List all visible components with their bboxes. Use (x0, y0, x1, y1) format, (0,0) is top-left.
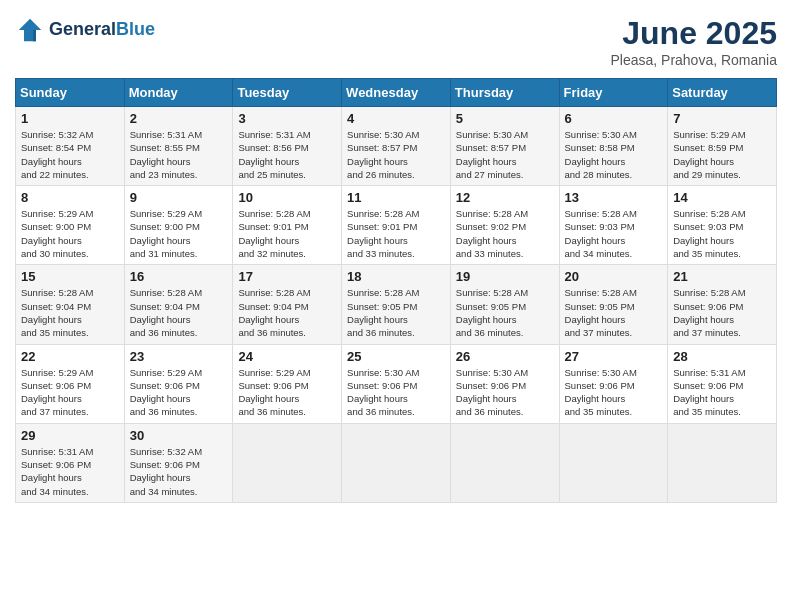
day-info: Sunrise: 5:30 AM Sunset: 8:58 PM Dayligh… (565, 128, 663, 181)
logo-icon (15, 15, 45, 45)
table-row: 21 Sunrise: 5:28 AM Sunset: 9:06 PM Dayl… (668, 265, 777, 344)
day-number: 27 (565, 349, 663, 364)
day-info: Sunrise: 5:29 AM Sunset: 9:00 PM Dayligh… (130, 207, 228, 260)
table-row: 20 Sunrise: 5:28 AM Sunset: 9:05 PM Dayl… (559, 265, 668, 344)
day-info: Sunrise: 5:30 AM Sunset: 9:06 PM Dayligh… (456, 366, 554, 419)
day-number: 15 (21, 269, 119, 284)
day-number: 8 (21, 190, 119, 205)
day-number: 26 (456, 349, 554, 364)
table-row: 7 Sunrise: 5:29 AM Sunset: 8:59 PM Dayli… (668, 107, 777, 186)
day-info: Sunrise: 5:28 AM Sunset: 9:05 PM Dayligh… (347, 286, 445, 339)
logo: GeneralBlue (15, 15, 155, 45)
calendar-row: 1 Sunrise: 5:32 AM Sunset: 8:54 PM Dayli… (16, 107, 777, 186)
logo-text: GeneralBlue (49, 20, 155, 40)
day-number: 20 (565, 269, 663, 284)
day-info: Sunrise: 5:28 AM Sunset: 9:01 PM Dayligh… (347, 207, 445, 260)
day-number: 3 (238, 111, 336, 126)
day-number: 21 (673, 269, 771, 284)
day-info: Sunrise: 5:31 AM Sunset: 9:06 PM Dayligh… (673, 366, 771, 419)
table-row: 10 Sunrise: 5:28 AM Sunset: 9:01 PM Dayl… (233, 186, 342, 265)
col-tuesday: Tuesday (233, 79, 342, 107)
col-sunday: Sunday (16, 79, 125, 107)
table-row: 17 Sunrise: 5:28 AM Sunset: 9:04 PM Dayl… (233, 265, 342, 344)
table-row: 19 Sunrise: 5:28 AM Sunset: 9:05 PM Dayl… (450, 265, 559, 344)
table-row: 23 Sunrise: 5:29 AM Sunset: 9:06 PM Dayl… (124, 344, 233, 423)
day-number: 5 (456, 111, 554, 126)
table-row: 3 Sunrise: 5:31 AM Sunset: 8:56 PM Dayli… (233, 107, 342, 186)
day-number: 17 (238, 269, 336, 284)
day-info: Sunrise: 5:28 AM Sunset: 9:04 PM Dayligh… (130, 286, 228, 339)
table-row: 14 Sunrise: 5:28 AM Sunset: 9:03 PM Dayl… (668, 186, 777, 265)
day-info: Sunrise: 5:29 AM Sunset: 9:06 PM Dayligh… (21, 366, 119, 419)
day-number: 22 (21, 349, 119, 364)
day-info: Sunrise: 5:30 AM Sunset: 9:06 PM Dayligh… (565, 366, 663, 419)
table-row (450, 423, 559, 502)
table-row: 26 Sunrise: 5:30 AM Sunset: 9:06 PM Dayl… (450, 344, 559, 423)
table-row (668, 423, 777, 502)
day-number: 2 (130, 111, 228, 126)
calendar-title: June 2025 (610, 15, 777, 52)
col-thursday: Thursday (450, 79, 559, 107)
day-number: 24 (238, 349, 336, 364)
table-row: 9 Sunrise: 5:29 AM Sunset: 9:00 PM Dayli… (124, 186, 233, 265)
calendar-row: 29 Sunrise: 5:31 AM Sunset: 9:06 PM Dayl… (16, 423, 777, 502)
day-info: Sunrise: 5:28 AM Sunset: 9:01 PM Dayligh… (238, 207, 336, 260)
day-info: Sunrise: 5:28 AM Sunset: 9:03 PM Dayligh… (565, 207, 663, 260)
calendar-row: 22 Sunrise: 5:29 AM Sunset: 9:06 PM Dayl… (16, 344, 777, 423)
day-info: Sunrise: 5:31 AM Sunset: 9:06 PM Dayligh… (21, 445, 119, 498)
calendar-row: 8 Sunrise: 5:29 AM Sunset: 9:00 PM Dayli… (16, 186, 777, 265)
table-row: 16 Sunrise: 5:28 AM Sunset: 9:04 PM Dayl… (124, 265, 233, 344)
day-info: Sunrise: 5:29 AM Sunset: 8:59 PM Dayligh… (673, 128, 771, 181)
table-row: 15 Sunrise: 5:28 AM Sunset: 9:04 PM Dayl… (16, 265, 125, 344)
logo-general: General (49, 19, 116, 39)
day-info: Sunrise: 5:31 AM Sunset: 8:55 PM Dayligh… (130, 128, 228, 181)
day-number: 28 (673, 349, 771, 364)
day-number: 6 (565, 111, 663, 126)
day-info: Sunrise: 5:28 AM Sunset: 9:04 PM Dayligh… (21, 286, 119, 339)
header: GeneralBlue June 2025 Pleasa, Prahova, R… (15, 15, 777, 68)
table-row: 12 Sunrise: 5:28 AM Sunset: 9:02 PM Dayl… (450, 186, 559, 265)
page-wrapper: GeneralBlue June 2025 Pleasa, Prahova, R… (15, 15, 777, 503)
day-number: 29 (21, 428, 119, 443)
day-number: 25 (347, 349, 445, 364)
calendar-table: Sunday Monday Tuesday Wednesday Thursday… (15, 78, 777, 503)
calendar-subtitle: Pleasa, Prahova, Romania (610, 52, 777, 68)
day-number: 30 (130, 428, 228, 443)
day-number: 4 (347, 111, 445, 126)
table-row (559, 423, 668, 502)
day-info: Sunrise: 5:29 AM Sunset: 9:00 PM Dayligh… (21, 207, 119, 260)
calendar-body: 1 Sunrise: 5:32 AM Sunset: 8:54 PM Dayli… (16, 107, 777, 503)
day-number: 19 (456, 269, 554, 284)
table-row: 6 Sunrise: 5:30 AM Sunset: 8:58 PM Dayli… (559, 107, 668, 186)
day-number: 9 (130, 190, 228, 205)
table-row: 1 Sunrise: 5:32 AM Sunset: 8:54 PM Dayli… (16, 107, 125, 186)
day-number: 1 (21, 111, 119, 126)
day-number: 13 (565, 190, 663, 205)
day-number: 23 (130, 349, 228, 364)
table-row: 28 Sunrise: 5:31 AM Sunset: 9:06 PM Dayl… (668, 344, 777, 423)
day-info: Sunrise: 5:28 AM Sunset: 9:04 PM Dayligh… (238, 286, 336, 339)
day-number: 18 (347, 269, 445, 284)
table-row: 11 Sunrise: 5:28 AM Sunset: 9:01 PM Dayl… (342, 186, 451, 265)
logo-blue: Blue (116, 19, 155, 39)
day-info: Sunrise: 5:28 AM Sunset: 9:05 PM Dayligh… (456, 286, 554, 339)
table-row: 24 Sunrise: 5:29 AM Sunset: 9:06 PM Dayl… (233, 344, 342, 423)
col-monday: Monday (124, 79, 233, 107)
day-info: Sunrise: 5:28 AM Sunset: 9:03 PM Dayligh… (673, 207, 771, 260)
day-info: Sunrise: 5:28 AM Sunset: 9:06 PM Dayligh… (673, 286, 771, 339)
day-info: Sunrise: 5:30 AM Sunset: 9:06 PM Dayligh… (347, 366, 445, 419)
day-info: Sunrise: 5:28 AM Sunset: 9:05 PM Dayligh… (565, 286, 663, 339)
table-row: 27 Sunrise: 5:30 AM Sunset: 9:06 PM Dayl… (559, 344, 668, 423)
day-number: 16 (130, 269, 228, 284)
table-row: 22 Sunrise: 5:29 AM Sunset: 9:06 PM Dayl… (16, 344, 125, 423)
day-info: Sunrise: 5:31 AM Sunset: 8:56 PM Dayligh… (238, 128, 336, 181)
day-number: 11 (347, 190, 445, 205)
table-row: 8 Sunrise: 5:29 AM Sunset: 9:00 PM Dayli… (16, 186, 125, 265)
day-number: 7 (673, 111, 771, 126)
table-row (233, 423, 342, 502)
table-row: 30 Sunrise: 5:32 AM Sunset: 9:06 PM Dayl… (124, 423, 233, 502)
col-wednesday: Wednesday (342, 79, 451, 107)
table-row: 25 Sunrise: 5:30 AM Sunset: 9:06 PM Dayl… (342, 344, 451, 423)
svg-marker-0 (19, 19, 42, 42)
day-info: Sunrise: 5:28 AM Sunset: 9:02 PM Dayligh… (456, 207, 554, 260)
